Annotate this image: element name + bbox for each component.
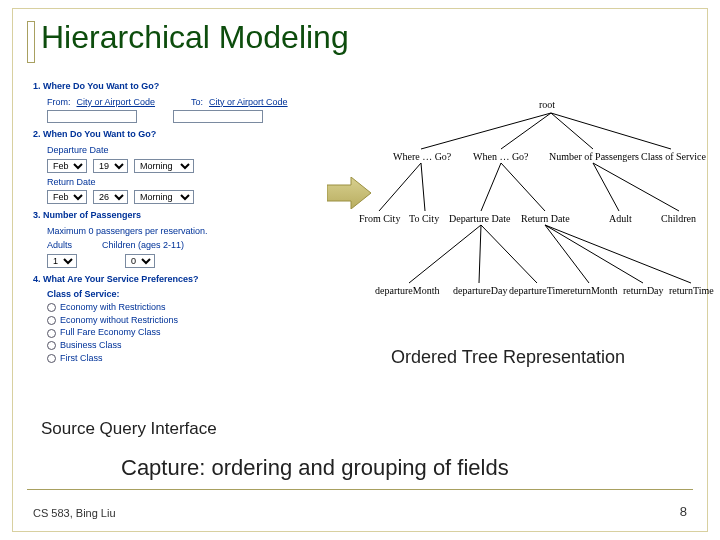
slide-title: Hierarchical Modeling (27, 19, 349, 56)
cos-opt-1: Economy with Restrictions (60, 302, 166, 314)
svg-line-4 (551, 113, 671, 149)
dep-month[interactable]: Feb (47, 159, 87, 173)
tree-to: To City (409, 213, 439, 224)
children-select[interactable]: 0 (125, 254, 155, 268)
tree-when: When … Go? (473, 151, 529, 162)
slide-frame: Hierarchical Modeling 1. Where Do You Wa… (12, 8, 708, 532)
from-hint[interactable]: City or Airport Code (77, 97, 156, 109)
tree-dmon: departureMonth (375, 285, 439, 296)
cos-label: Class of Service: (47, 289, 333, 301)
tree-from: From City (359, 213, 400, 224)
pax-note: Maximum 0 passengers per reservation. (47, 226, 333, 238)
question-3: 3. Number of Passengers (33, 210, 333, 222)
radio-icon[interactable] (47, 341, 56, 350)
question-2: 2. When Do You Want to Go? (33, 129, 333, 141)
cos-opt-2: Economy without Restrictions (60, 315, 178, 327)
svg-line-6 (421, 163, 425, 211)
svg-line-12 (479, 225, 481, 283)
radio-icon[interactable] (47, 316, 56, 325)
cos-opt-5: First Class (60, 353, 103, 365)
form-panel: 1. Where Do You Want to Go? From: City o… (33, 75, 333, 364)
svg-line-11 (409, 225, 481, 283)
tree-num: Number of Passengers (549, 151, 639, 162)
adults-label: Adults (47, 240, 72, 252)
tree-cos: Class of Service (641, 151, 706, 162)
radio-icon[interactable] (47, 303, 56, 312)
radio-icon[interactable] (47, 329, 56, 338)
tree-dday: departureDay (453, 285, 507, 296)
footer-page: 8 (680, 504, 687, 519)
from-label: From: (47, 97, 71, 109)
tree-dtime: departureTime (509, 285, 568, 296)
footer-rule (27, 489, 693, 490)
capture-line: Capture: ordering and grouping of fields (121, 455, 509, 481)
return-label: Return Date (47, 177, 96, 187)
ret-time[interactable]: Morning (134, 190, 194, 204)
tree-diagram: root Where … Go? When … Go? Number of Pa… (361, 99, 713, 329)
footer-credit: CS 583, Bing Liu (33, 507, 116, 519)
ret-month[interactable]: Feb (47, 190, 87, 204)
tree-ret: Return Date (521, 213, 570, 224)
radio-icon[interactable] (47, 354, 56, 363)
from-input[interactable] (47, 110, 137, 123)
question-1: 1. Where Do You Want to Go? (33, 81, 333, 93)
svg-line-5 (379, 163, 421, 211)
tree-child: Children (661, 213, 696, 224)
svg-line-8 (501, 163, 545, 211)
tree-root: root (539, 99, 555, 110)
svg-line-7 (481, 163, 501, 211)
caption-tree: Ordered Tree Representation (391, 347, 625, 368)
tree-where: Where … Go? (393, 151, 451, 162)
ret-day[interactable]: 26 (93, 190, 128, 204)
to-label: To: (191, 97, 203, 109)
tree-rtime: returnTime (669, 285, 714, 296)
cos-opt-4: Business Class (60, 340, 122, 352)
svg-line-2 (501, 113, 551, 149)
svg-line-15 (545, 225, 643, 283)
to-hint[interactable]: City or Airport Code (209, 97, 288, 109)
svg-line-3 (551, 113, 593, 149)
departure-label: Departure Date (47, 145, 109, 155)
svg-line-13 (481, 225, 537, 283)
svg-line-1 (421, 113, 551, 149)
tree-adult: Adult (609, 213, 632, 224)
tree-rday: returnDay (623, 285, 664, 296)
tree-rmon: returnMonth (567, 285, 618, 296)
tree-dep: Departure Date (449, 213, 510, 224)
adults-select[interactable]: 1 (47, 254, 77, 268)
children-label: Children (ages 2-11) (102, 240, 184, 252)
title-wrap: Hierarchical Modeling (13, 9, 363, 60)
slide-title-text: Hierarchical Modeling (41, 19, 349, 55)
dep-time[interactable]: Morning (134, 159, 194, 173)
to-input[interactable] (173, 110, 263, 123)
question-4: 4. What Are Your Service Preferences? (33, 274, 333, 286)
cos-opt-3: Full Fare Economy Class (60, 327, 161, 339)
dep-day[interactable]: 19 (93, 159, 128, 173)
caption-form: Source Query Interface (41, 419, 217, 439)
